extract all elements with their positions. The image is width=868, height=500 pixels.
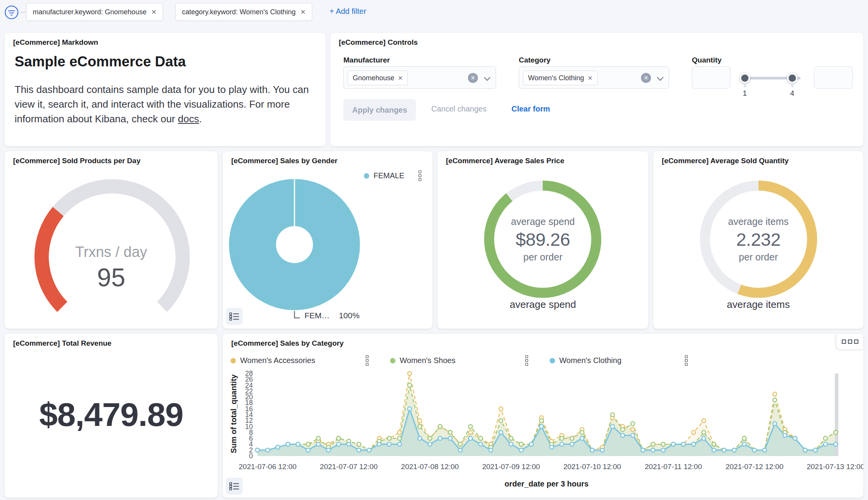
manufacturer-combobox[interactable]: Gnomehouse ✕ ✕ [343, 66, 496, 89]
ring-footer-label: average spend [437, 299, 648, 311]
svg-text:28: 28 [245, 370, 253, 377]
panel-average-sales-price: [eCommerce] Average Sales Price average … [437, 151, 648, 329]
slider-min-value: 1 [743, 89, 747, 98]
selected-option-label: Women's Clothing [528, 74, 584, 82]
quantity-max-input[interactable] [814, 66, 853, 89]
markdown-heading: Sample eCommerce Data [15, 54, 186, 70]
svg-text:2021-07-10 12:00: 2021-07-10 12:00 [563, 463, 621, 471]
chart-legend: Women's Accessories Women's Shoes Women'… [230, 355, 709, 366]
filter-pill-label: manufacturer.keyword: Gnomehouse [33, 8, 146, 16]
panel-title: [eCommerce] Markdown [13, 38, 98, 47]
legend-item-womens-shoes[interactable]: Women's Shoes [390, 355, 550, 366]
gauge-chart [5, 151, 218, 329]
legend-item-womens-accessories[interactable]: Women's Accessories [230, 355, 390, 366]
markdown-body: This dashboard contains sample data for … [15, 82, 317, 126]
panel-total-revenue: [eCommerce] Total Revenue $8,479.89 [5, 334, 218, 498]
slice-value: 100% [339, 311, 360, 320]
svg-text:2021-07-06 12:00: 2021-07-06 12:00 [239, 463, 296, 471]
legend-dot [550, 358, 555, 363]
legend-label: Women's Shoes [400, 356, 456, 365]
filter-pill-category[interactable]: category.keyword: Women's Clothing ✕ [175, 3, 312, 21]
manufacturer-label: Manufacturer [343, 56, 390, 64]
docs-link[interactable]: docs [178, 113, 199, 125]
legend-item-womens-clothing[interactable]: Women's Clothing [550, 355, 709, 366]
apply-changes-button[interactable]: Apply changes [343, 99, 416, 121]
legend-label: Women's Clothing [559, 356, 621, 365]
svg-text:2021-07-11 12:00: 2021-07-11 12:00 [645, 463, 702, 471]
legend-options-icon[interactable] [525, 355, 528, 366]
legend-toggle-button[interactable] [226, 308, 243, 325]
clear-selection-icon[interactable]: ✕ [641, 73, 651, 83]
markdown-text: . [199, 113, 202, 125]
donut-legend-item-female[interactable]: FEMALE [364, 171, 404, 180]
filter-menu-icon[interactable] [4, 5, 19, 20]
panel-options-icon[interactable] [836, 334, 863, 349]
x-axis-title: order_date per 3 hours [257, 480, 836, 488]
slider-tail [791, 84, 794, 88]
slider-max-value: 4 [790, 89, 794, 98]
slider-tail [744, 84, 746, 88]
revenue-value: $8,479.89 [5, 395, 218, 434]
slice-label: FEM… [304, 311, 330, 320]
remove-filter-icon[interactable]: ✕ [300, 8, 306, 16]
divider [20, 12, 26, 13]
legend-options-icon[interactable] [685, 355, 688, 366]
manufacturer-selected-pill[interactable]: Gnomehouse ✕ [348, 71, 408, 85]
svg-text:2021-07-12 12:00: 2021-07-12 12:00 [725, 463, 783, 471]
filter-bar: manufacturer.keyword: Gnomehouse ✕ categ… [0, 0, 868, 28]
clear-form-button[interactable]: Clear form [511, 105, 550, 113]
svg-text:2021-07-07 12:00: 2021-07-07 12:00 [320, 463, 378, 471]
category-selected-pill[interactable]: Women's Clothing ✕ [523, 71, 598, 85]
category-label: Category [519, 56, 550, 64]
area-line-chart[interactable]: 02468101214161820222426282021-07-06 12:0… [223, 370, 863, 476]
legend-options-icon[interactable] [419, 171, 421, 181]
remove-filter-icon[interactable]: ✕ [151, 8, 156, 16]
chevron-down-icon[interactable] [657, 74, 664, 81]
ring-footer-label: average items [653, 299, 863, 311]
add-filter-link[interactable]: + Add filter [330, 7, 366, 16]
panel-average-sold-quantity: [eCommerce] Average Sold Quantity averag… [653, 151, 863, 329]
legend-dot [364, 173, 369, 179]
panel-controls: [eCommerce] Controls Manufacturer Gnomeh… [330, 33, 863, 146]
panel-sold-products-per-day: [eCommerce] Sold Products per Day Trxns … [5, 151, 218, 329]
quantity-slider-handle-min[interactable] [740, 73, 750, 83]
panel-sales-by-gender: [eCommerce] Sales by Gender FEMALE FEM… … [223, 151, 432, 329]
remove-option-icon[interactable]: ✕ [398, 74, 403, 82]
clear-selection-icon[interactable]: ✕ [468, 73, 478, 83]
markdown-text: This dashboard contains sample data for … [15, 84, 309, 125]
panel-markdown: [eCommerce] Markdown Sample eCommerce Da… [5, 33, 326, 146]
slice-callout: FEM… 100% [304, 311, 360, 320]
legend-label: Women's Accessories [240, 356, 315, 365]
filter-pill-label: category.keyword: Women's Clothing [182, 8, 296, 16]
legend-toggle-button[interactable] [226, 478, 243, 495]
panel-title: [eCommerce] Total Revenue [13, 339, 111, 348]
legend-label: FEMALE [373, 171, 404, 180]
remove-option-icon[interactable]: ✕ [587, 74, 592, 82]
legend-dot [390, 358, 395, 363]
quantity-label: Quantity [692, 56, 722, 64]
svg-text:2021-07-09 12:00: 2021-07-09 12:00 [482, 463, 540, 471]
chevron-down-icon[interactable] [484, 74, 491, 81]
svg-text:2021-07-08 12:00: 2021-07-08 12:00 [401, 463, 459, 471]
legend-options-icon[interactable] [366, 355, 368, 366]
category-combobox[interactable]: Women's Clothing ✕ ✕ [519, 66, 669, 89]
dashboard: manufacturer.keyword: Gnomehouse ✕ categ… [0, 0, 868, 500]
svg-text:2021-07-13 12:00: 2021-07-13 12:00 [807, 463, 863, 471]
quantity-slider-handle-max[interactable] [787, 73, 797, 83]
panel-sales-by-category: [eCommerce] Sales by Category Women's Ac… [223, 334, 863, 498]
cancel-changes-button[interactable]: Cancel changes [431, 105, 486, 113]
panel-title: [eCommerce] Sales by Category [231, 339, 343, 348]
filter-pill-manufacturer[interactable]: manufacturer.keyword: Gnomehouse ✕ [26, 3, 163, 21]
selected-option-label: Gnomehouse [353, 74, 394, 82]
quantity-min-input[interactable] [692, 66, 730, 89]
panel-title: [eCommerce] Controls [339, 38, 418, 47]
